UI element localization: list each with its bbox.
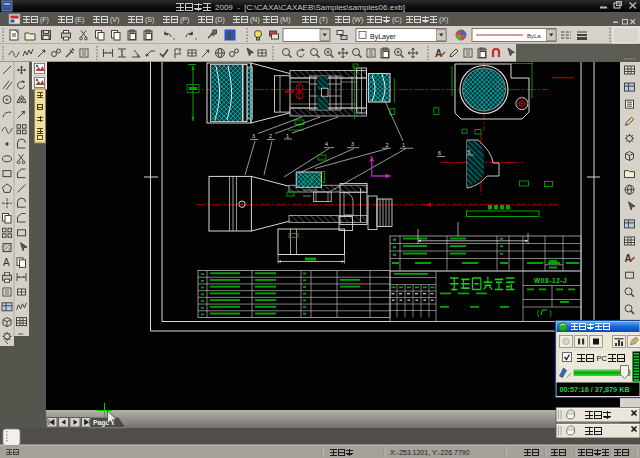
svg-text:(T): (T) [319,16,328,24]
svg-text:1: 1 [286,133,289,139]
svg-text:X:-253.1201, Y:-226.7790: X:-253.1201, Y:-226.7790 [390,449,470,456]
svg-text:ByLa: ByLa [527,33,541,39]
svg-text:00:57:16 / 37,879 KB: 00:57:16 / 37,879 KB [560,385,630,394]
svg-text:6: 6 [438,150,441,156]
svg-text:A: A [435,48,442,59]
svg-text:(W): (W) [352,16,363,24]
svg-text:A: A [625,253,632,264]
svg-text:): ) [550,309,552,317]
svg-text:2009 - [C:\CAXA\CAXAEB\Sampl: 2009 - [C:\CAXA\CAXAEB\Samples\samples06… [215,3,405,12]
svg-text:(P): (P) [180,16,189,24]
svg-text:ByLayer: ByLayer [370,33,396,41]
svg-text:4: 4 [325,141,328,147]
svg-text:(E): (E) [75,16,84,24]
svg-text:5: 5 [468,149,471,155]
svg-text:(X): (X) [439,16,448,24]
svg-text:(D): (D) [215,16,225,24]
svg-text:2: 2 [269,133,272,139]
svg-text:?: ? [227,31,233,41]
svg-text:W08-12-J: W08-12-J [534,277,567,284]
svg-text:2: 2 [386,142,389,148]
svg-text:(N): (N) [250,16,260,24]
svg-text:(M): (M) [280,16,291,24]
svg-text:PC: PC [597,354,608,363]
svg-text:3: 3 [351,141,354,147]
svg-text:3: 3 [252,133,255,139]
svg-text:(V): (V) [110,16,119,24]
svg-text:(C): (C) [392,16,402,24]
svg-text:(F): (F) [40,16,49,24]
svg-text:(S): (S) [145,16,154,24]
svg-text:1: 1 [402,142,405,148]
svg-text:A: A [3,257,10,268]
